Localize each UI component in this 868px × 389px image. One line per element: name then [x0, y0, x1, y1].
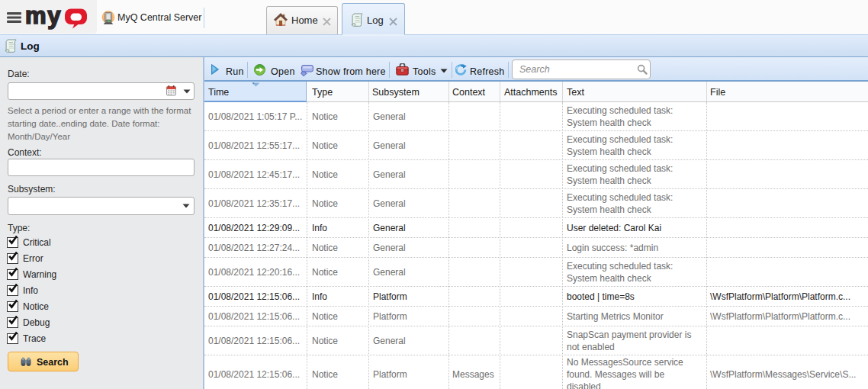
svg-text:my: my — [25, 8, 62, 29]
